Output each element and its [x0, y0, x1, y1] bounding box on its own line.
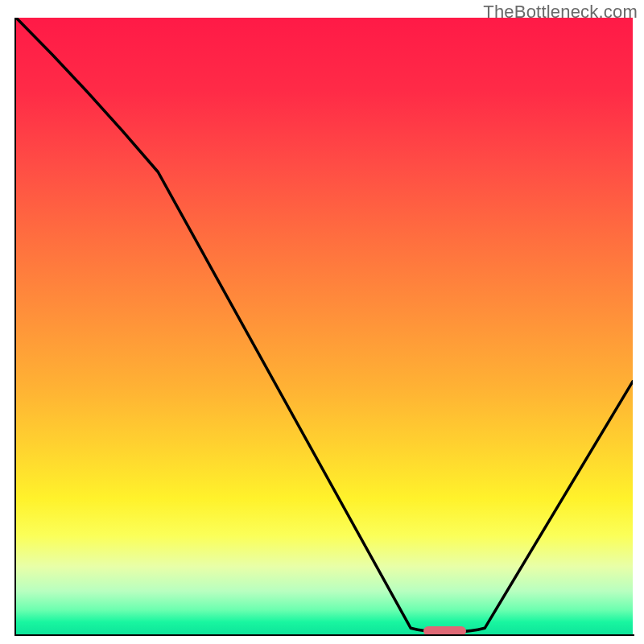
curve-svg: [16, 18, 633, 634]
bottleneck-curve-path: [16, 18, 633, 632]
watermark-text: TheBottleneck.com: [483, 2, 638, 23]
chart-container: TheBottleneck.com: [0, 0, 644, 644]
y-axis: [14, 18, 16, 636]
plot-area: [16, 18, 633, 634]
x-axis: [14, 634, 634, 636]
